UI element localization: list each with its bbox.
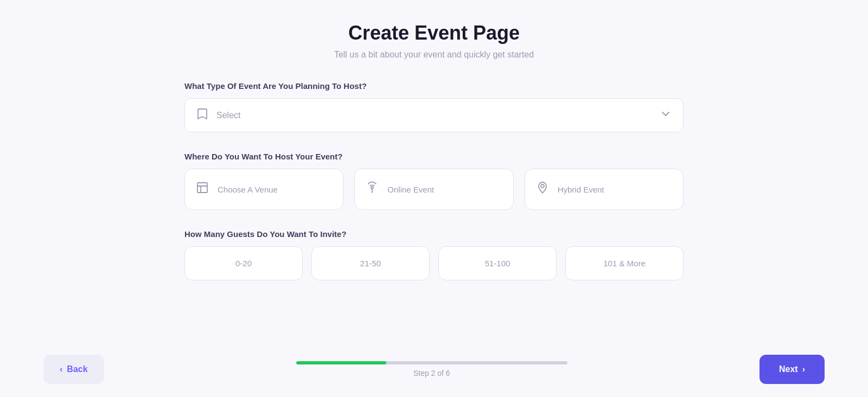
venue-option[interactable]: Choose A Venue	[184, 169, 343, 210]
event-type-dropdown[interactable]: Select	[184, 98, 684, 132]
guest-count-label: How Many Guests Do You Want To Invite?	[184, 229, 684, 239]
building-icon	[196, 181, 209, 197]
guest-option-21-50-label: 21-50	[360, 259, 381, 268]
hybrid-option-label: Hybrid Event	[558, 185, 604, 194]
page-header: Create Event Page Tell us a bit about yo…	[334, 22, 534, 60]
next-button-label: Next	[779, 364, 798, 374]
online-option-label: Online Event	[387, 185, 434, 194]
guest-option-51-100[interactable]: 51-100	[438, 246, 557, 280]
guest-count-section: How Many Guests Do You Want To Invite? 0…	[184, 229, 684, 280]
form-container: What Type Of Event Are You Planning To H…	[184, 81, 684, 280]
host-location-section: Where Do You Want To Host Your Event? Ch…	[184, 152, 684, 210]
page-subtitle: Tell us a bit about your event and quick…	[334, 50, 534, 60]
footer: ‹ Back Step 2 of 6 Next ›	[0, 344, 868, 397]
chevron-down-icon	[659, 107, 672, 123]
wifi-icon	[366, 181, 379, 197]
page-title: Create Event Page	[334, 22, 534, 44]
venue-option-label: Choose A Venue	[218, 185, 278, 194]
event-type-section: What Type Of Event Are You Planning To H…	[184, 81, 684, 132]
next-chevron-icon: ›	[802, 364, 805, 374]
back-chevron-icon: ‹	[60, 364, 62, 374]
next-button[interactable]: Next ›	[760, 355, 825, 384]
host-location-label: Where Do You Want To Host Your Event?	[184, 152, 684, 161]
progress-text: Step 2 of 6	[413, 369, 450, 377]
event-type-label: What Type Of Event Are You Planning To H…	[184, 81, 684, 91]
guest-option-0-20[interactable]: 0-20	[184, 246, 303, 280]
back-button-label: Back	[67, 364, 87, 374]
svg-point-5	[541, 184, 544, 188]
dropdown-placeholder: Select	[216, 111, 240, 120]
guest-option-51-100-label: 51-100	[485, 259, 510, 268]
bookmark-icon	[196, 107, 209, 123]
dropdown-left: Select	[196, 107, 240, 123]
guest-option-101-more[interactable]: 101 & More	[565, 246, 684, 280]
location-icon	[536, 181, 549, 197]
guest-option-21-50[interactable]: 21-50	[311, 246, 430, 280]
progress-area: Step 2 of 6	[296, 361, 567, 377]
progress-bar-background	[296, 361, 567, 364]
online-option[interactable]: Online Event	[354, 169, 513, 210]
venue-options-row: Choose A Venue Online Event	[184, 169, 684, 210]
svg-rect-0	[197, 183, 207, 193]
back-button[interactable]: ‹ Back	[43, 355, 104, 384]
hybrid-option[interactable]: Hybrid Event	[525, 169, 684, 210]
guest-option-0-20-label: 0-20	[235, 259, 252, 268]
guest-option-101-more-label: 101 & More	[603, 259, 646, 268]
progress-bar-fill	[296, 361, 387, 364]
guest-options-row: 0-20 21-50 51-100 101 & More	[184, 246, 684, 280]
